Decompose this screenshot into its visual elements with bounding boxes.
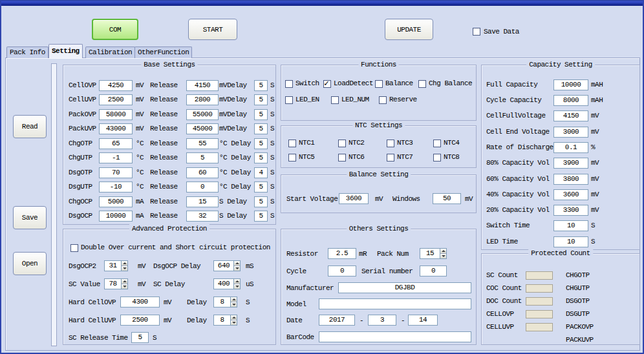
base-value-input[interactable]: 2500: [99, 94, 133, 105]
spinner-up-icon[interactable]: [234, 279, 240, 284]
com-button[interactable]: COM: [92, 19, 138, 40]
spinner-up-icon[interactable]: [231, 297, 237, 302]
spinner-down-icon[interactable]: [440, 254, 446, 258]
capacity-value-input[interactable]: 3900: [553, 158, 588, 169]
save-data-checkbox[interactable]: [473, 28, 480, 36]
base-delay-input[interactable]: 5: [254, 196, 268, 207]
balance-checkbox[interactable]: [375, 80, 383, 88]
base-release-input[interactable]: 45000: [186, 123, 219, 134]
save-button[interactable]: Save: [13, 206, 47, 229]
ntc5-checkbox[interactable]: [288, 154, 296, 161]
spinner-down-icon[interactable]: [122, 266, 127, 271]
spinner-buttons[interactable]: [233, 278, 241, 289]
ntc8-checkbox[interactable]: [433, 154, 441, 161]
dsgocp2-value[interactable]: 31: [104, 260, 121, 271]
capacity-value-input[interactable]: 3300: [553, 205, 588, 216]
ntc6-checkbox[interactable]: [338, 154, 346, 161]
tab-setting[interactable]: Setting: [48, 44, 83, 58]
base-release-input[interactable]: 55000: [186, 109, 219, 120]
led-num-checkbox[interactable]: [331, 96, 339, 104]
date-month-input[interactable]: 3: [368, 315, 396, 326]
start-voltage-input[interactable]: 3600: [339, 193, 369, 204]
ntc4-checkbox[interactable]: [433, 140, 441, 147]
start-button[interactable]: START: [188, 19, 237, 40]
vertical-scrollbar[interactable]: [51, 63, 57, 346]
ntc7-checkbox[interactable]: [387, 154, 394, 161]
windows-input[interactable]: 50: [433, 193, 461, 204]
capacity-value-input[interactable]: 0.1: [553, 142, 588, 153]
sc-release-time-input[interactable]: 5: [131, 332, 149, 343]
sc-delay-spinner[interactable]: 400: [213, 278, 241, 289]
led-en-checkbox[interactable]: [285, 96, 293, 104]
spinner-buttons[interactable]: [121, 260, 128, 271]
base-value-input[interactable]: 70: [99, 167, 133, 178]
update-button[interactable]: UPDATE: [385, 19, 433, 40]
spinner-down-icon[interactable]: [234, 284, 240, 289]
capacity-value-input[interactable]: 4150: [553, 110, 588, 121]
base-delay-input[interactable]: 5: [254, 138, 268, 149]
base-release-input[interactable]: 60: [186, 167, 219, 178]
spinner-down-icon[interactable]: [122, 284, 127, 289]
spinner-buttons[interactable]: [233, 260, 241, 271]
base-delay-input[interactable]: 5: [254, 80, 268, 91]
hard-celluvp-delay-spinner[interactable]: 8: [213, 315, 237, 326]
capacity-value-input[interactable]: 3000: [553, 127, 588, 138]
capacity-value-input[interactable]: 10000: [553, 79, 588, 90]
double-protection-checkbox[interactable]: [70, 244, 78, 252]
base-delay-input[interactable]: 4: [254, 167, 268, 178]
base-delay-input[interactable]: 5: [254, 152, 268, 163]
spinner-down-icon[interactable]: [231, 302, 237, 307]
date-day-input[interactable]: 14: [408, 315, 438, 326]
spinner-buttons[interactable]: [121, 278, 128, 289]
hard-cellovp-delay-value[interactable]: 8: [213, 297, 230, 307]
spinner-down-icon[interactable]: [234, 266, 240, 271]
base-delay-input[interactable]: 5: [254, 94, 268, 105]
serial-number-input[interactable]: 0: [420, 266, 447, 276]
base-delay-input[interactable]: 5: [254, 109, 268, 120]
base-value-input[interactable]: 43000: [99, 123, 133, 134]
base-value-input[interactable]: 58000: [99, 109, 133, 120]
base-release-input[interactable]: 15: [186, 196, 219, 207]
base-value-input[interactable]: -10: [99, 182, 133, 193]
sc-value-spinner[interactable]: 78: [104, 278, 128, 289]
resistor-input[interactable]: 2.5: [328, 248, 356, 259]
hard-cellovp-delay-spinner[interactable]: 8: [213, 297, 237, 307]
reserve-checkbox[interactable]: [379, 96, 387, 104]
base-release-input[interactable]: 32: [186, 211, 219, 222]
model-input[interactable]: [319, 298, 471, 309]
ntc2-checkbox[interactable]: [338, 140, 346, 147]
tab-calibration[interactable]: Calibration: [85, 47, 135, 58]
capacity-value-input[interactable]: 10: [553, 220, 588, 231]
tab-pack-info[interactable]: Pack Info: [6, 47, 48, 58]
chg-balance-checkbox[interactable]: [418, 80, 426, 88]
base-release-input[interactable]: 0: [186, 182, 219, 193]
barcode-input[interactable]: [319, 331, 471, 342]
capacity-value-input[interactable]: 8000: [553, 95, 588, 106]
cycle-input[interactable]: 0: [328, 266, 356, 276]
manufacturer-input[interactable]: DGJBD: [338, 282, 471, 293]
dsgocp-delay-value[interactable]: 640: [213, 260, 233, 271]
switch-checkbox[interactable]: [285, 80, 293, 88]
base-value-input[interactable]: -1: [99, 152, 133, 163]
pack-num-spinner[interactable]: 15: [420, 248, 447, 259]
spinner-buttons[interactable]: [440, 248, 447, 259]
ntc1-checkbox[interactable]: [288, 140, 296, 147]
dsgocp2-spinner[interactable]: 31: [104, 260, 128, 271]
hard-celluvp-delay-value[interactable]: 8: [213, 315, 230, 326]
hard-cellovp-input[interactable]: 4300: [120, 297, 160, 307]
spinner-down-icon[interactable]: [231, 320, 237, 325]
base-release-input[interactable]: 2800: [186, 94, 219, 105]
dsgocp-delay-spinner[interactable]: 640: [213, 260, 241, 271]
capacity-value-input[interactable]: 3800: [553, 174, 588, 185]
base-value-input[interactable]: 4250: [99, 80, 133, 91]
date-year-input[interactable]: 2017: [319, 315, 355, 326]
spinner-up-icon[interactable]: [122, 279, 127, 284]
base-release-input[interactable]: 4150: [186, 80, 219, 91]
open-button[interactable]: Open: [13, 252, 47, 275]
loaddetect-checkbox[interactable]: [323, 80, 331, 88]
base-value-input[interactable]: 5000: [99, 196, 133, 207]
capacity-value-input[interactable]: 10: [553, 236, 588, 247]
base-delay-input[interactable]: 5: [254, 182, 268, 193]
base-release-input[interactable]: 5: [186, 152, 219, 163]
hard-celluvp-input[interactable]: 2500: [120, 315, 160, 326]
